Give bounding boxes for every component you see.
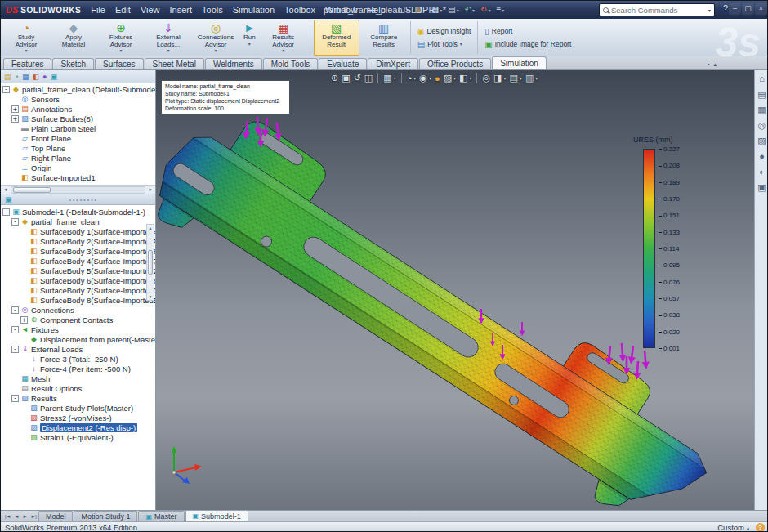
tree-item[interactable]: -◄Fixtures (1, 324, 155, 334)
menu-file[interactable]: File (86, 1, 110, 19)
simulationmanager-tab-icon[interactable]: ▣ (50, 73, 57, 81)
menu-tools[interactable]: Tools (197, 1, 228, 19)
menu-simulation[interactable]: Simulation (228, 1, 279, 19)
expander-icon[interactable]: - (11, 395, 19, 402)
run-button[interactable]: ►Run▾ (240, 20, 259, 56)
tree-item[interactable]: ◧SurfaceBody 1(Surface-Imported4) (-[SW]… (1, 226, 155, 236)
last-tab-icon[interactable]: ►| (29, 512, 38, 521)
print-icon[interactable]: ▤▾ (445, 2, 461, 17)
expander-icon[interactable]: - (11, 306, 19, 314)
menu-insert[interactable]: Insert (165, 1, 198, 19)
chart-options-icon[interactable]: ▥ (525, 73, 534, 83)
results-advisor-button[interactable]: ▦Results Advisor▾ (261, 20, 306, 56)
tree-item[interactable]: ▨Parent Study Plots(Master) (1, 403, 155, 413)
tab-model[interactable]: Model (38, 511, 74, 521)
design-library-icon[interactable]: ▤ (757, 90, 766, 99)
featuremanager-tab-icon[interactable]: ▤ (4, 73, 11, 81)
expander-icon[interactable]: - (2, 208, 10, 216)
tree-item[interactable]: ▱Front Plane (1, 133, 155, 143)
plot-tools-button[interactable]: ▤Plot Tools▾ (415, 39, 474, 50)
appearances-icon[interactable]: ● (759, 152, 765, 161)
study-advisor-button[interactable]: ◔Study Advisor▾ (3, 20, 49, 56)
dimxpertmanager-tab-icon[interactable]: ◧ (32, 73, 39, 81)
commandmanager-pin-icon[interactable]: ▪ (708, 61, 709, 68)
apply-scene-icon[interactable]: ▨ (444, 73, 452, 83)
tree-item[interactable]: ⊥Origin (1, 163, 155, 172)
scroll-left-icon[interactable]: ◄ (1, 187, 10, 192)
section-clipping-icon[interactable]: ◨ (493, 73, 502, 83)
dropdown-icon[interactable]: ▾ (520, 75, 522, 81)
tab-sketch[interactable]: Sketch (52, 58, 94, 69)
status-help-icon[interactable]: ? (756, 523, 765, 532)
menu-edit[interactable]: Edit (110, 1, 136, 19)
dropdown-icon[interactable]: ▾ (503, 75, 506, 81)
custom-properties-icon[interactable]: ▣ (757, 183, 766, 192)
tree-item[interactable]: ◧SurfaceBody 4(Surface-Imported7) (-[SW]… (1, 256, 155, 266)
include-image-report-button[interactable]: ▣Include Image for Report (482, 39, 574, 50)
displaymanager-tab-icon[interactable]: ● (42, 73, 47, 81)
previous-view-icon[interactable]: ↺ (354, 73, 361, 83)
tree-item[interactable]: ▤Result Options (1, 383, 155, 393)
dropdown-icon[interactable]: ▾ (394, 75, 396, 81)
tab-motion-study-1[interactable]: Motion Study 1 (74, 511, 137, 521)
tab-weldments[interactable]: Weldments (205, 58, 262, 69)
tree-item[interactable]: ◧Surface-Imported1 (1, 172, 155, 182)
tree-item[interactable]: ◧SurfaceBody 5(Surface-Imported2) (-[SW]… (1, 266, 155, 275)
tree-item[interactable]: ↓Force-4 (Per item: -500 N) (1, 364, 155, 373)
zoom-area-icon[interactable]: ▣ (342, 73, 350, 83)
home-icon[interactable]: ⌂ (759, 74, 765, 83)
menu-toolbox[interactable]: Toolbox (279, 1, 320, 19)
file-explorer-icon[interactable]: ▦ (757, 105, 766, 114)
display-style-icon[interactable]: ◔ (407, 74, 413, 83)
scroll-right-icon[interactable]: ► (146, 187, 155, 192)
scroll-up-icon[interactable]: ▲ (147, 226, 154, 230)
deformed-result-button[interactable]: ▧Deformed Result (314, 20, 359, 56)
tree-item[interactable]: -◎Connections (1, 305, 155, 315)
splitter-grip[interactable]: •••••••• (16, 197, 151, 203)
tree-item[interactable]: -▣Submodel-1 (-Default-Submodel-1-) (1, 207, 155, 217)
dropdown-icon[interactable]: ▾ (535, 75, 538, 81)
search-dropdown-icon[interactable]: ▾ (708, 7, 711, 13)
section-view-icon[interactable]: ◫ (364, 73, 373, 83)
tree-item[interactable]: ▧Strain1 (-Equivalent-) (1, 432, 155, 442)
menu-view[interactable]: View (136, 1, 165, 19)
search-commands-box[interactable]: ▾ (599, 3, 715, 16)
search-pane-icon[interactable]: ◎ (758, 121, 766, 130)
tree-item[interactable]: +⊕Component Contacts (1, 315, 155, 324)
rebuild-icon[interactable]: ↻▾ (478, 2, 493, 17)
tree-item[interactable]: ◧SurfaceBody 3(Surface-Imported8) (-[SW]… (1, 246, 155, 256)
panel-splitter[interactable]: ▣ •••••••• (1, 194, 155, 205)
scroll-down-icon[interactable]: ▼ (147, 294, 154, 299)
report-button[interactable]: ▯Report (482, 26, 574, 37)
expander-icon[interactable]: + (20, 316, 28, 324)
tree-item[interactable]: ▱Right Plane (1, 153, 155, 163)
prev-tab-icon[interactable]: ◄ (13, 512, 21, 521)
tree-item[interactable]: ↓Force-3 (Total: -250 N) (1, 354, 155, 364)
next-tab-icon[interactable]: ► (20, 512, 29, 521)
tab-office-products[interactable]: Office Products (419, 58, 491, 69)
undo-icon[interactable]: ↶▾ (462, 2, 477, 17)
compare-results-button[interactable]: ▥Compare Results (361, 20, 407, 56)
zoom-fit-icon[interactable]: ⊕ (331, 73, 338, 83)
tab-simulation[interactable]: Simulation (492, 56, 547, 69)
dropdown-icon[interactable]: ▾ (469, 75, 471, 81)
view-palette-icon[interactable]: ▨ (757, 136, 766, 145)
minimize-icon[interactable]: – (729, 3, 741, 15)
edit-appearance-icon[interactable]: ● (435, 74, 440, 83)
tree-item[interactable]: ◧SurfaceBody 2(Surface-Imported9) (-[SW]… (1, 236, 155, 246)
tree-item[interactable]: -◆partial_frame_clean (1, 217, 155, 226)
tree-item[interactable]: +▨Surface Bodies(8) (1, 114, 155, 123)
tab-mold-tools[interactable]: Mold Tools (263, 58, 319, 69)
fixtures-advisor-button[interactable]: ⊕Fixtures Advisor▾ (98, 20, 144, 56)
apply-material-button[interactable]: ◆Apply Material (51, 20, 96, 56)
connections-advisor-button[interactable]: ◎Connections Advisor▾ (193, 20, 239, 56)
expander-icon[interactable]: + (11, 105, 19, 113)
view-orientation-icon[interactable]: ▦ (383, 73, 391, 83)
custom-toolbar-selector[interactable]: Custom ▴ (717, 523, 749, 532)
maximize-icon[interactable]: ▢ (742, 3, 754, 15)
external-loads-advisor-button[interactable]: ⇓External Loads...▾ (145, 20, 191, 56)
expander-icon[interactable]: - (2, 86, 10, 93)
tree-item[interactable]: -▨Results (1, 393, 155, 403)
expander-icon[interactable]: - (11, 218, 19, 226)
tab-features[interactable]: Features (3, 58, 51, 69)
